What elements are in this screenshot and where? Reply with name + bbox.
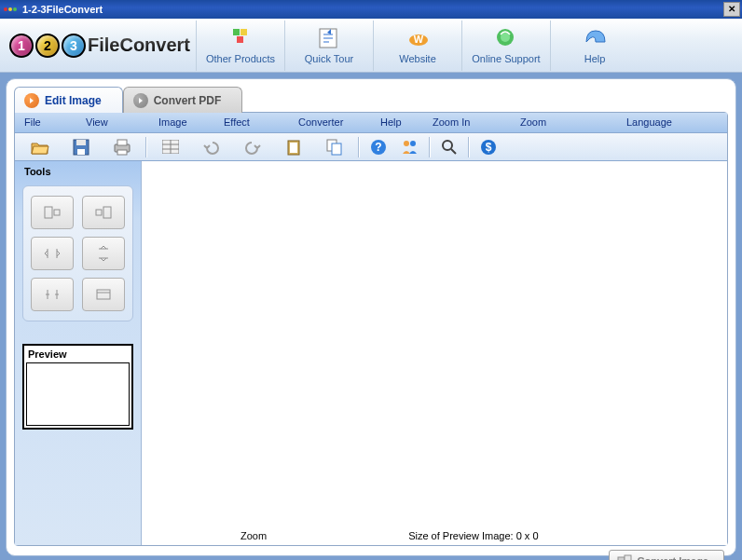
status-zoom: Zoom [240,530,267,541]
quicktour-icon [318,27,340,49]
close-button[interactable]: ✕ [723,2,740,17]
menu-file[interactable]: File [15,113,76,132]
header-btn-support[interactable]: Online Support [461,20,550,71]
tab-convert-pdf-label: Convert PDF [154,94,222,107]
main-frame: Edit Image Convert PDF FileViewImageEffe… [6,78,736,556]
svg-rect-30 [45,207,52,218]
svg-line-27 [451,149,456,154]
svg-rect-33 [103,207,111,218]
help-icon-button[interactable]: ? [364,135,393,159]
help-icon [584,27,606,49]
logo-text: FileConvert [88,34,190,56]
copy-button[interactable] [315,135,354,159]
tools-panel [22,185,133,321]
print-button[interactable] [103,135,142,159]
toolbar: ? $ [15,133,727,161]
window-title: 1-2-3FileConvert [22,4,103,15]
menu-language[interactable]: Language [617,113,673,132]
tool-canvas[interactable] [82,278,125,311]
preview-box [26,362,130,426]
svg-text:?: ? [375,141,381,154]
header-bar: 1 2 3 FileConvert Other ProductsQuick To… [0,19,742,73]
svg-text:W: W [414,34,424,45]
table-button[interactable] [151,135,190,159]
convert-image-button[interactable]: Convert Image [609,550,724,560]
header-btn-products[interactable]: Other Products [196,20,284,71]
redo-button[interactable] [233,135,272,159]
svg-rect-9 [76,140,86,145]
logo: 1 2 3 FileConvert [0,19,196,72]
clipboard-button[interactable] [274,135,313,159]
header-btn-label: Quick Tour [305,53,353,64]
header-btn-label: Website [399,53,436,64]
tab-convert-pdf[interactable]: Convert PDF [123,87,243,113]
header-btn-label: Help [584,53,606,64]
svg-rect-1 [240,29,247,35]
menu-effect[interactable]: Effect [214,113,289,132]
undo-button[interactable] [192,135,231,159]
save-button[interactable] [62,135,101,159]
preview-title: Preview [26,348,130,361]
tool-crop[interactable] [31,278,74,311]
tab-edit-image[interactable]: Edit Image [14,87,123,113]
status-size: Size of Preview Image: 0 x 0 [408,530,538,541]
preview-panel: Preview [22,344,133,430]
svg-rect-12 [117,140,127,145]
sidebar: Tools Preview [15,161,142,545]
canvas-area: Zoom Size of Preview Image: 0 x 0 [142,161,727,545]
logo-circle-3: 3 [62,34,86,58]
svg-text:$: $ [486,141,492,154]
svg-point-7 [501,33,510,42]
svg-point-26 [443,141,452,150]
header-btn-quicktour[interactable]: Quick Tour [284,20,373,71]
convert-icon [617,554,632,560]
svg-rect-32 [96,210,102,215]
status-bar: Zoom Size of Preview Image: 0 x 0 [142,530,727,541]
buy-button[interactable]: $ [474,135,503,159]
header-btn-label: Other Products [206,53,275,64]
zoom-button[interactable] [434,135,464,159]
website-icon: W [406,27,429,49]
app-icon [4,4,19,15]
tool-rotate-left[interactable] [31,196,74,229]
tab-edit-image-label: Edit Image [45,94,102,107]
svg-rect-0 [233,29,240,35]
svg-point-24 [404,141,409,146]
svg-point-25 [410,141,416,146]
menu-converter[interactable]: Converter [289,113,371,132]
svg-rect-37 [625,555,631,560]
svg-rect-21 [332,143,341,155]
menu-bar: FileViewImageEffectConverterHelpZoom InZ… [15,113,727,133]
menu-view[interactable]: View [76,113,149,132]
svg-rect-34 [97,290,110,299]
tool-flip-h[interactable] [31,237,74,270]
open-button[interactable] [21,135,60,159]
svg-rect-13 [117,150,127,155]
logo-circle-1: 1 [9,34,34,58]
header-btn-help[interactable]: Help [550,20,639,71]
header-btn-website[interactable]: WWebsite [373,20,461,71]
svg-rect-31 [54,210,60,215]
products-icon [229,27,252,49]
svg-rect-10 [77,149,85,155]
svg-rect-19 [290,143,297,153]
menu-image[interactable]: Image [149,113,214,132]
arrow-right-icon [133,93,148,108]
menu-zoom-in[interactable]: Zoom In [423,113,511,132]
header-btn-label: Online Support [472,53,540,64]
tool-rotate-right[interactable] [82,196,125,229]
logo-circle-2: 2 [35,34,60,58]
support-icon [495,27,517,49]
menu-zoom[interactable]: Zoom [511,113,617,132]
arrow-right-icon [24,93,39,108]
convert-image-label: Convert Image [638,555,708,560]
users-button[interactable] [395,135,425,159]
menu-help[interactable]: Help [371,113,423,132]
svg-rect-2 [237,36,243,43]
title-bar: 1-2-3FileConvert ✕ [0,0,742,19]
tool-flip-v[interactable] [82,237,125,270]
tools-title: Tools [15,161,141,182]
